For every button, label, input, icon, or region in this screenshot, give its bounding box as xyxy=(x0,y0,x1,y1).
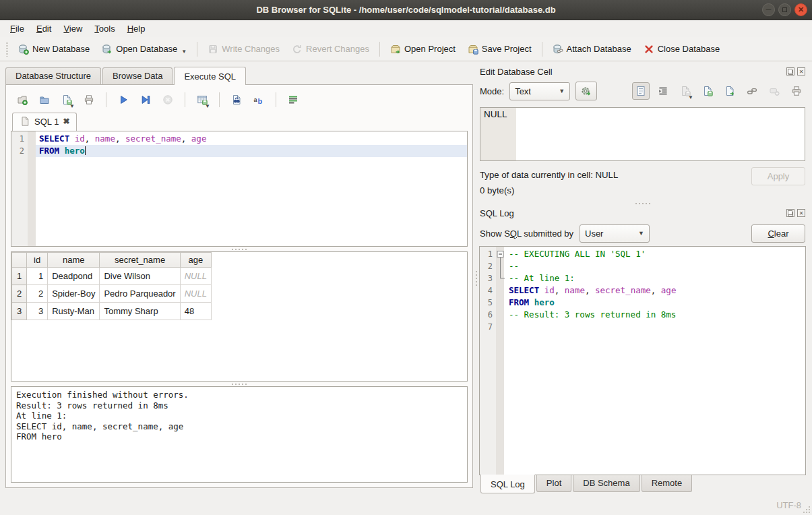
new-database-button[interactable]: New Database xyxy=(13,41,95,57)
save-as-button[interactable] xyxy=(699,82,716,100)
column-header-secret-name[interactable]: secret_name xyxy=(100,253,180,268)
table-cell[interactable]: Rusty-Man xyxy=(48,303,100,320)
panel-splitter[interactable] xyxy=(473,61,479,495)
minimize-button[interactable]: ─ xyxy=(762,3,775,16)
open-sql-file-button[interactable] xyxy=(36,91,53,109)
dock-float-icon[interactable] xyxy=(786,209,794,217)
sql-log-view[interactable]: 1-- EXECUTING ALL IN 'SQL 1'2--3-- At li… xyxy=(479,246,806,475)
apply-button[interactable]: Apply xyxy=(751,167,805,185)
cell-editor[interactable]: NULL xyxy=(480,107,805,161)
fold-marker-icon[interactable] xyxy=(496,260,505,272)
table-cell[interactable]: Tommy Sharp xyxy=(100,303,180,320)
table-cell[interactable]: 1 xyxy=(27,268,48,285)
table-cell[interactable]: Pedro Parqueador xyxy=(100,285,180,303)
chevron-down-icon[interactable]: ▼ xyxy=(69,103,75,109)
chevron-down-icon[interactable]: ▼ xyxy=(181,49,187,55)
word-wrap-button[interactable] xyxy=(654,82,672,100)
splitter-handle[interactable] xyxy=(11,382,468,386)
format-sql-button[interactable]: ab xyxy=(250,91,268,109)
tab-execute-sql[interactable]: Execute SQL xyxy=(174,67,246,85)
tab-plot[interactable]: Plot xyxy=(536,475,571,492)
auto-mode-button[interactable] xyxy=(575,82,597,100)
menu-item-help[interactable]: Help xyxy=(121,22,152,36)
execute-all-button[interactable] xyxy=(115,91,132,109)
row-header[interactable]: 1 xyxy=(12,268,27,285)
sql-token: -- EXECUTING ALL IN 'SQL 1' xyxy=(509,249,646,259)
save-sql-file-button[interactable]: ▼ xyxy=(58,91,75,109)
menu-item-view[interactable]: View xyxy=(57,22,88,36)
toolbar-separator xyxy=(219,92,220,107)
copy-link-button[interactable] xyxy=(743,82,761,100)
close-button[interactable]: ✕ xyxy=(794,3,807,16)
chevron-down-icon[interactable]: ▼ xyxy=(205,103,210,109)
table-cell[interactable]: 3 xyxy=(27,303,48,320)
table-cell[interactable]: 2 xyxy=(27,285,48,303)
tab-browse-data[interactable]: Browse Data xyxy=(102,67,173,84)
table-cell[interactable]: Spider-Boy xyxy=(48,285,100,303)
clear-button[interactable]: Clear xyxy=(751,224,805,243)
sql-document-tab-bar: SQL 1 ✖ xyxy=(11,111,468,131)
close-database-button[interactable]: Close Database xyxy=(638,41,726,57)
open-database-button[interactable]: Open Database▼ xyxy=(96,41,192,57)
close-tab-icon[interactable]: ✖ xyxy=(63,117,69,126)
menu-item-edit[interactable]: Edit xyxy=(30,22,57,36)
set-null-button[interactable] xyxy=(766,82,783,100)
toolbar-separator xyxy=(197,42,197,57)
maximize-button[interactable] xyxy=(778,3,791,16)
mode-select[interactable]: Text ▼ xyxy=(509,82,570,100)
import-data-button[interactable]: ▼ xyxy=(677,82,694,100)
dock-close-icon[interactable]: ✕ xyxy=(797,209,805,217)
menu-item-file[interactable]: File xyxy=(4,22,30,36)
print-button[interactable] xyxy=(80,91,98,109)
dock-float-icon[interactable] xyxy=(786,67,794,75)
resize-grip[interactable] xyxy=(803,506,811,514)
window-controls: ─ ✕ xyxy=(762,3,807,16)
menu-item-tools[interactable]: Tools xyxy=(88,22,121,36)
find-replace-button[interactable] xyxy=(228,91,245,109)
attach-database-button[interactable]: Attach Database xyxy=(547,41,637,57)
sql-editor[interactable]: 1SELECT id, name, secret_name, age2FROM … xyxy=(11,131,468,247)
execute-current-line-button[interactable] xyxy=(137,91,154,109)
column-header-name[interactable]: name xyxy=(48,253,100,268)
cell-editor-toolbar: ▼ xyxy=(632,82,805,100)
table-cell[interactable]: 48 xyxy=(180,303,211,320)
text-mode-button[interactable] xyxy=(632,82,650,100)
corner-header[interactable] xyxy=(12,253,27,268)
column-header-age[interactable]: age xyxy=(180,253,211,268)
word-wrap-button[interactable] xyxy=(284,91,302,109)
log-filter-select[interactable]: User ▼ xyxy=(580,224,650,243)
execution-message[interactable]: Execution finished without errors. Resul… xyxy=(11,386,468,483)
sql-token: name xyxy=(565,285,585,295)
sql-document-tab[interactable]: SQL 1 ✖ xyxy=(12,113,77,131)
splitter-handle[interactable] xyxy=(11,247,468,251)
tab-remote[interactable]: Remote xyxy=(642,475,693,492)
fold-marker-icon[interactable] xyxy=(496,272,505,284)
splitter-handle[interactable] xyxy=(479,201,806,206)
revert-changes-button[interactable]: Revert Changes xyxy=(286,41,375,57)
fold-marker-icon xyxy=(496,309,505,321)
column-header-id[interactable]: id xyxy=(27,253,48,268)
table-cell[interactable]: NULL xyxy=(180,285,211,303)
table-cell[interactable]: Deadpond xyxy=(48,268,100,285)
table-cell[interactable]: Dive Wilson xyxy=(100,268,180,285)
save-results-button[interactable]: ▼ xyxy=(193,91,211,109)
tab-sql-log[interactable]: SQL Log xyxy=(480,475,535,493)
open-sql-tab-button[interactable] xyxy=(13,91,31,109)
tab-db-schema[interactable]: DB Schema xyxy=(573,475,639,492)
stop-execution-button[interactable] xyxy=(159,91,177,109)
table-cell[interactable]: NULL xyxy=(180,268,211,285)
chevron-down-icon[interactable]: ▼ xyxy=(688,94,693,100)
fold-marker-icon[interactable] xyxy=(496,248,505,260)
menu-bar: FileEditViewToolsHelp xyxy=(0,20,812,37)
toolbar-grip[interactable] xyxy=(5,42,9,57)
save-project-button[interactable]: Save Project xyxy=(462,41,537,57)
tab-database-structure[interactable]: Database Structure xyxy=(5,67,101,84)
log-controls: Show SQL submitted by User ▼ Clear xyxy=(479,220,806,246)
write-changes-button[interactable]: Write Changes xyxy=(202,41,285,57)
row-header[interactable]: 2 xyxy=(12,285,27,303)
dock-close-icon[interactable]: ✕ xyxy=(797,67,805,75)
row-header[interactable]: 3 xyxy=(12,303,27,320)
export-data-button[interactable] xyxy=(721,82,739,100)
open-project-button[interactable]: Open Project xyxy=(385,41,461,57)
print-cell-button[interactable] xyxy=(788,82,805,100)
